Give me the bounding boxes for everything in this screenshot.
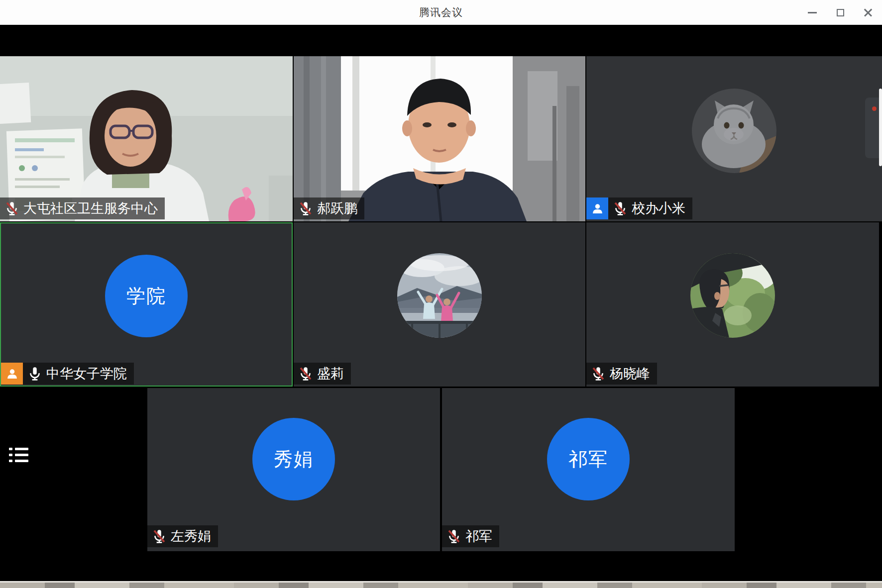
avatar-photo-man-profile bbox=[690, 253, 775, 338]
live-video-man-window bbox=[294, 56, 585, 221]
member-list-icon bbox=[9, 448, 12, 450]
avatar-text: 秀娟 bbox=[274, 447, 314, 472]
avatar-text: 祁军 bbox=[568, 447, 608, 472]
participant-name: 中华女子学院 bbox=[46, 365, 127, 383]
video-tile-participant-2[interactable]: 郝跃鹏 bbox=[294, 56, 585, 221]
mic-muted-icon bbox=[590, 365, 606, 382]
nameplate: 中华女子学院 bbox=[23, 363, 134, 385]
member-list-toggle[interactable] bbox=[9, 447, 29, 464]
video-tile-participant-3[interactable]: 校办小米 bbox=[586, 56, 882, 221]
member-badge bbox=[586, 197, 608, 219]
nameplate: 校办小米 bbox=[608, 197, 692, 219]
desktop-background-sliver bbox=[0, 583, 882, 588]
minimize-icon bbox=[808, 12, 817, 13]
nameplate: 祁军 bbox=[442, 525, 499, 547]
nameplate: 大屯社区卫生服务中心 bbox=[0, 197, 165, 219]
host-badge bbox=[1, 363, 23, 385]
avatar-text: 学院 bbox=[126, 284, 166, 309]
recording-dot-icon bbox=[872, 106, 877, 111]
avatar-initials: 秀娟 bbox=[252, 418, 335, 500]
window-title: 腾讯会议 bbox=[419, 5, 463, 19]
mic-live-icon bbox=[27, 365, 43, 382]
avatar-photo-two-people bbox=[397, 253, 482, 338]
avatar-cat-photo bbox=[692, 89, 776, 173]
participant-name: 校办小米 bbox=[632, 199, 685, 217]
video-tile-participant-1[interactable]: 大屯社区卫生服务中心 bbox=[0, 56, 293, 221]
video-tile-participant-8[interactable]: 祁军 祁军 bbox=[442, 388, 735, 551]
video-tile-participant-7[interactable]: 秀娟 左秀娟 bbox=[147, 388, 440, 551]
side-panel-handle[interactable] bbox=[865, 98, 879, 158]
mic-muted-icon bbox=[4, 200, 20, 217]
minimize-button[interactable] bbox=[798, 0, 826, 25]
mic-muted-icon bbox=[446, 528, 462, 545]
mic-muted-icon bbox=[612, 200, 628, 217]
person-icon bbox=[591, 202, 604, 215]
participant-name: 大屯社区卫生服务中心 bbox=[23, 199, 158, 217]
mic-muted-icon bbox=[298, 200, 314, 217]
participant-name: 郝跃鹏 bbox=[317, 199, 357, 217]
side-panel-edge bbox=[879, 89, 882, 166]
close-icon bbox=[864, 8, 873, 17]
nameplate: 郝跃鹏 bbox=[294, 197, 364, 219]
nameplate: 杨晓峰 bbox=[586, 363, 657, 385]
close-button[interactable] bbox=[854, 0, 882, 25]
nameplate: 盛莉 bbox=[294, 363, 351, 385]
maximize-button[interactable] bbox=[826, 0, 854, 25]
participant-name: 盛莉 bbox=[317, 365, 344, 383]
avatar-initials: 学院 bbox=[105, 255, 188, 337]
window-controls bbox=[798, 0, 882, 25]
participant-name: 杨晓峰 bbox=[610, 365, 650, 383]
participant-name: 祁军 bbox=[465, 527, 492, 545]
window-titlebar: 腾讯会议 bbox=[0, 0, 882, 25]
person-icon bbox=[5, 367, 19, 381]
maximize-icon bbox=[837, 9, 844, 16]
video-grid: 大屯社区卫生服务中心 bbox=[0, 25, 882, 582]
tencent-meeting-window: 腾讯会议 bbox=[0, 0, 882, 588]
video-tile-participant-5[interactable]: 盛莉 bbox=[294, 222, 585, 387]
avatar-initials: 祁军 bbox=[547, 418, 630, 500]
nameplate: 左秀娟 bbox=[147, 525, 218, 547]
video-tile-participant-6[interactable]: 杨晓峰 bbox=[586, 222, 879, 387]
mic-muted-icon bbox=[298, 365, 314, 382]
live-video-woman-office bbox=[0, 56, 293, 221]
mic-muted-icon bbox=[151, 528, 167, 545]
participant-name: 左秀娟 bbox=[171, 527, 211, 545]
video-tile-participant-4[interactable]: 学院 中华女子学院 bbox=[0, 222, 293, 387]
